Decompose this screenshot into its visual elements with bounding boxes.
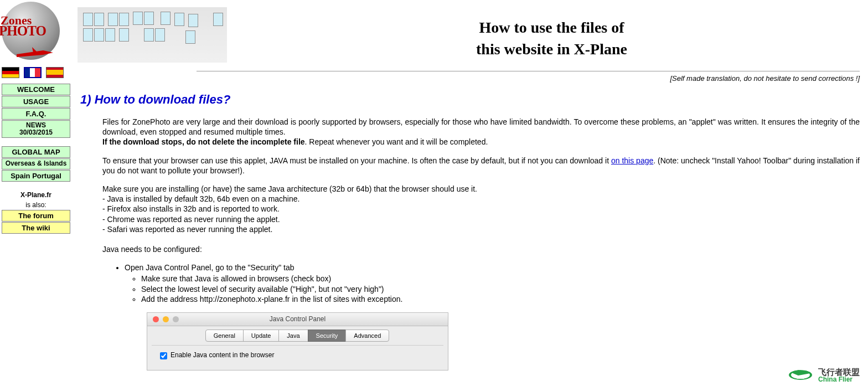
para-2-a: To ensure that your browser can use this… xyxy=(102,156,611,165)
page-title: How to use the files of this website in … xyxy=(244,3,860,60)
language-flags xyxy=(2,67,70,78)
nav-faq[interactable]: F.A.Q. xyxy=(2,108,70,120)
logo-line2: PHOTO xyxy=(0,25,46,37)
para-1-bold: If the download stops, do not delete the… xyxy=(102,137,305,146)
jcp-tab-java: Java xyxy=(278,330,308,342)
para-3-l3: - Safari was reported as never running t… xyxy=(102,225,272,234)
config-sub-2: Select the lowest level of security avai… xyxy=(141,284,860,294)
java-control-panel-screenshot: Java Control Panel General Update Java S… xyxy=(147,312,448,371)
jcp-tab-advanced: Advanced xyxy=(345,330,389,342)
config-item-1: Open Java Control Panel, go to the "Secu… xyxy=(125,263,860,304)
jcp-tab-update: Update xyxy=(243,330,279,342)
title-line1: How to use the files of xyxy=(479,19,624,36)
nav-welcome[interactable]: WELCOME xyxy=(2,84,70,95)
jcp-title: Java Control Panel xyxy=(147,315,448,324)
flag-de[interactable] xyxy=(2,67,19,78)
jcp-tabs: General Update Java Security Advanced xyxy=(147,326,448,345)
java-download-link[interactable]: on this page xyxy=(611,156,653,165)
nav-group-main: WELCOME USAGE F.A.Q. NEWS 30/03/2015 xyxy=(2,84,70,138)
para-3-l2: - Chrome was reported as never running t… xyxy=(102,215,280,224)
jcp-enable-java-checkbox: Enable Java content in the browser xyxy=(160,351,435,360)
nav-group-xplane: X-Plane.fr is also: The forum The wiki xyxy=(2,190,70,234)
para-3-l1: - Firefox also installs in 32b and is re… xyxy=(102,204,280,213)
jcp-tab-security: Security xyxy=(308,330,347,342)
nav-group-maps: GLOBAL MAP Overseas & Islands Spain Port… xyxy=(2,146,70,181)
logo[interactable]: Zones PHOTO xyxy=(2,2,63,63)
world-map-thumbnail[interactable] xyxy=(78,7,227,63)
nav-news-date: 30/03/2015 xyxy=(19,128,53,136)
para-3-head: Make sure you are installing (or have) t… xyxy=(102,184,477,193)
section-heading-1: 1) How to download files? xyxy=(80,92,860,107)
config-sub-1: Make sure that Java is allowed in browse… xyxy=(141,274,860,284)
nav-usage[interactable]: USAGE xyxy=(2,96,70,107)
nav-wiki[interactable]: The wiki xyxy=(2,222,70,234)
jcp-titlebar: Java Control Panel xyxy=(147,313,448,326)
nav-news[interactable]: NEWS 30/03/2015 xyxy=(2,120,70,138)
nav-forum[interactable]: The forum xyxy=(2,210,70,222)
separator xyxy=(197,71,860,71)
jcp-checkbox-label: Enable Java content in the browser xyxy=(170,351,274,360)
translation-note: [Self made translation, do not hesitate … xyxy=(78,74,860,83)
para-1-tail: . Repeat whenever you want and it will b… xyxy=(305,137,488,146)
para-3-l0: - Java is installed by default 32b, 64b … xyxy=(102,194,299,203)
sidebar: Zones PHOTO WELCOME USAGE F.A.Q. NEWS 30… xyxy=(0,0,72,382)
flag-fr[interactable] xyxy=(24,67,42,78)
config-list: Open Java Control Panel, go to the "Secu… xyxy=(102,263,860,304)
nav-global-map[interactable]: GLOBAL MAP xyxy=(2,146,70,158)
main-content: How to use the files of this website in … xyxy=(72,0,868,382)
plane-icon xyxy=(16,46,54,60)
flag-es[interactable] xyxy=(46,67,64,78)
para-4: Java needs to be configured: xyxy=(102,244,860,254)
para-3: Make sure you are installing (or have) t… xyxy=(102,184,860,234)
jcp-tab-general: General xyxy=(205,330,244,342)
para-1-text: Files for ZonePhoto are very large and t… xyxy=(102,117,860,136)
para-2: To ensure that your browser can use this… xyxy=(102,156,860,176)
title-line2: this website in X-Plane xyxy=(476,40,627,58)
config-sub-3: Add the address http://zonephoto.x-plane… xyxy=(141,294,860,304)
nav-xplane-sub: is also: xyxy=(2,200,70,210)
jcp-checkbox-input xyxy=(160,352,167,359)
config-item-1-text: Open Java Control Panel, go to the "Secu… xyxy=(125,263,294,272)
nav-news-label: NEWS xyxy=(26,121,46,129)
nav-xplane-header: X-Plane.fr xyxy=(2,190,70,200)
nav-overseas[interactable]: Overseas & Islands xyxy=(2,158,70,169)
nav-spain-portugal[interactable]: Spain Portugal xyxy=(2,170,70,182)
para-1: Files for ZonePhoto are very large and t… xyxy=(102,117,860,147)
